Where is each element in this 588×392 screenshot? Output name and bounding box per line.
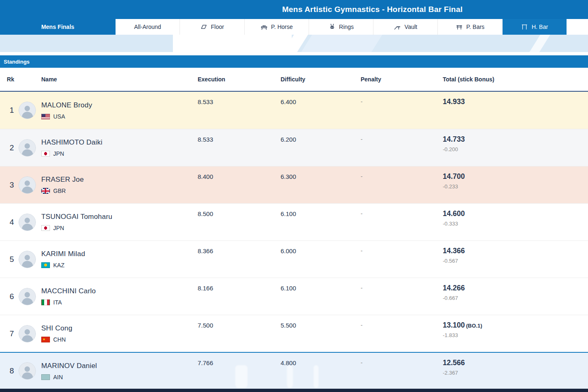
table-row[interactable]: 2 HASHIMOTO Daiki JPN 8.533 6.200 - 14.7…: [0, 129, 588, 166]
execution-score: 8.500: [197, 204, 280, 240]
tab-label: H. Bar: [531, 24, 548, 30]
athlete-name: MARINOV Daniel: [41, 362, 197, 370]
avatar-cell: [19, 166, 38, 203]
tab-label: P. Horse: [271, 24, 293, 30]
deduction-to-leader: -0.233: [443, 183, 588, 190]
table-row[interactable]: 3 FRASER Joe GBR 8.400 6.300 - 14.700: [0, 166, 588, 203]
rank-number: 1: [0, 92, 19, 129]
execution-score: 8.166: [197, 278, 280, 315]
total-score: 14.933: [443, 97, 465, 106]
column-header-name: Name: [38, 76, 197, 83]
country-code: KAZ: [53, 262, 64, 268]
total-score: 14.366: [443, 247, 465, 255]
rank-number: 4: [0, 204, 19, 240]
tabbar-spacer: [567, 19, 588, 35]
table-row[interactable]: 8 MARINOV Daniel AIN 7.766 4.800 - 12.56…: [0, 352, 588, 389]
athlete-cell: HASHIMOTO Daiki JPN: [38, 129, 197, 166]
tab-all-around[interactable]: All-Around: [116, 19, 180, 35]
table-header-row: Rk Name Execution Difficulty Penalty Tot…: [0, 68, 588, 92]
rank-number: 8: [0, 353, 19, 389]
total-line: 14.366: [443, 247, 588, 255]
bottom-bar: [0, 389, 588, 392]
deduction-to-leader: -2.367: [443, 370, 588, 376]
floor-icon: [200, 23, 208, 31]
table-row[interactable]: 7 SHI Cong CHN 7.500 5.500 - 13.100(BO.1…: [0, 315, 588, 352]
athlete-cell: KARIMI Milad KAZ: [38, 241, 197, 278]
avatar-cell: [19, 315, 38, 352]
tab-floor[interactable]: Floor: [180, 19, 244, 35]
country-line: KAZ: [41, 262, 197, 268]
total-cell: 14.266 -0.667: [442, 278, 588, 315]
athlete-cell: TSUNOGAI Tomoharu JPN: [38, 204, 197, 240]
pommel-horse-icon: [260, 23, 268, 31]
country-line: ITA: [41, 299, 197, 306]
execution-score: 7.766: [197, 353, 280, 389]
total-score: 14.600: [443, 209, 465, 218]
penalty-value: -: [360, 315, 442, 352]
tab-p-horse[interactable]: P. Horse: [245, 19, 309, 35]
penalty-value: -: [360, 166, 442, 203]
tab-rings[interactable]: Rings: [309, 19, 373, 35]
table-row[interactable]: 4 TSUNOGAI Tomoharu JPN 8.500 6.100 - 14…: [0, 203, 588, 240]
deco-white-block: [173, 35, 292, 52]
penalty-value: -: [360, 204, 442, 240]
difficulty-score: 6.000: [280, 241, 360, 278]
execution-score: 7.500: [197, 315, 280, 352]
table-row[interactable]: 6 MACCHINI Carlo ITA 8.166 6.100 - 14.26…: [0, 278, 588, 315]
deduction-to-leader: -0.567: [443, 258, 588, 264]
tab-p-bars[interactable]: P. Bars: [438, 19, 502, 35]
country-flag: [41, 299, 50, 305]
tab-label: All-Around: [134, 24, 161, 30]
athlete-name: MALONE Brody: [41, 101, 197, 109]
deduction-to-leader: -0.667: [443, 295, 588, 301]
total-bonus-suffix: (BO.1): [466, 323, 482, 329]
tab-label: Mens Finals: [41, 24, 74, 30]
total-line: 14.600: [443, 209, 588, 218]
column-header-penalty: Penalty: [360, 76, 442, 83]
country-flag: [41, 225, 50, 231]
athlete-name: FRASER Joe: [41, 176, 197, 184]
deco-diagonal-sliver: [525, 35, 553, 52]
rank-number: 3: [0, 166, 19, 203]
total-cell: 14.600 -0.333: [442, 204, 588, 240]
penalty-value: -: [360, 92, 442, 129]
total-line: 14.266: [443, 284, 588, 292]
execution-score: 8.533: [197, 92, 280, 129]
country-flag: [41, 151, 50, 157]
country-flag: [41, 337, 50, 342]
execution-score: 8.533: [197, 129, 280, 166]
country-line: CHN: [41, 336, 197, 343]
tab-label: P. Bars: [466, 24, 484, 30]
vault-icon: [394, 23, 401, 31]
difficulty-score: 6.400: [280, 92, 360, 129]
athlete-avatar: [19, 214, 36, 231]
tab-label: Rings: [339, 24, 354, 30]
country-code: USA: [53, 113, 65, 120]
execution-score: 8.366: [197, 241, 280, 278]
avatar-cell: [19, 353, 38, 389]
total-score: 14.266: [443, 284, 465, 292]
country-flag: [41, 374, 50, 380]
tab-h-bar[interactable]: H. Bar: [503, 19, 567, 35]
total-line: 12.566: [443, 359, 588, 367]
tab-label: Floor: [211, 24, 224, 30]
tab-mens-finals[interactable]: Mens Finals: [0, 19, 116, 35]
execution-score: 8.400: [197, 166, 280, 203]
top-header: Mens Artistic Gymnastics - Horizontal Ba…: [0, 0, 588, 19]
table-row[interactable]: 1 MALONE Brody USA 8.533 6.400 - 14.933: [0, 92, 588, 129]
rank-number: 5: [0, 241, 19, 278]
deduction-to-leader: -1.833: [443, 332, 588, 338]
table-row[interactable]: 5 KARIMI Milad KAZ 8.366 6.000 - 14.366: [0, 240, 588, 278]
athlete-cell: MALONE Brody USA: [38, 92, 197, 129]
avatar-cell: [19, 204, 38, 240]
difficulty-score: 6.200: [280, 129, 360, 166]
athlete-name: MACCHINI Carlo: [41, 287, 197, 295]
standings-rows: 1 MALONE Brody USA 8.533 6.400 - 14.933: [0, 92, 588, 389]
penalty-value: -: [360, 278, 442, 315]
total-cell: 14.933: [442, 92, 588, 129]
country-code: AIN: [53, 374, 63, 380]
spacer: [0, 52, 588, 55]
tab-vault[interactable]: Vault: [373, 19, 438, 35]
difficulty-score: 5.500: [280, 315, 360, 352]
penalty-value: -: [360, 241, 442, 278]
